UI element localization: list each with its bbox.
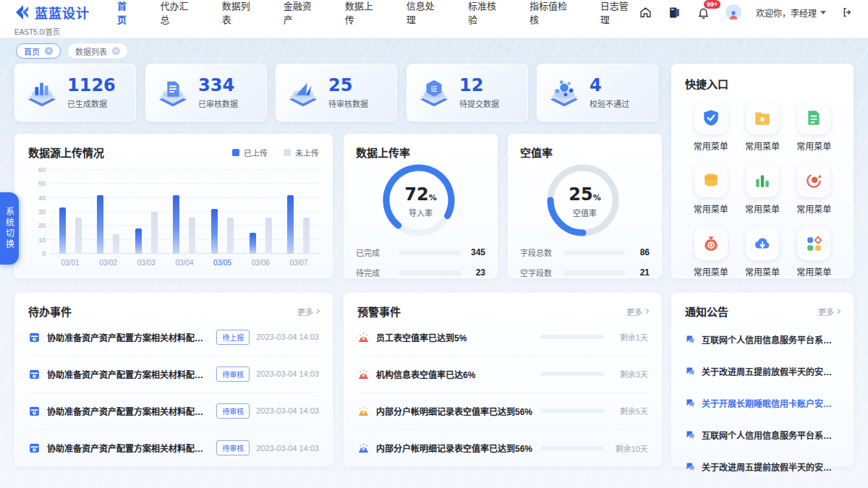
notices-more-link[interactable]: 更多 xyxy=(818,306,840,317)
alerts-more-link[interactable]: 更多 xyxy=(626,306,648,317)
stat-card-pending-review[interactable]: 25 待审核数据 xyxy=(276,64,397,121)
tag-data-list[interactable]: 数据列表 ✕ xyxy=(68,43,127,59)
quick-entry-item[interactable]: 常用菜单 xyxy=(788,101,840,152)
todo-row[interactable]: 协助准备资产资产配置方案相关材料配置方案相关... 待审核 2023-03-04… xyxy=(28,356,319,393)
bar-group[interactable] xyxy=(54,170,86,254)
bar-group[interactable] xyxy=(93,170,124,254)
panel-title: 待办事件 xyxy=(28,304,72,319)
alarm-icon: $ xyxy=(357,331,370,343)
alert-row[interactable]: $ 机构信息表空值率已达6% 剩余3天 xyxy=(357,356,648,393)
progress-value: 345 xyxy=(467,247,485,257)
stat-card-reviewed[interactable]: 334 已审核数据 xyxy=(145,64,267,121)
todo-row[interactable]: 协助准备资产资产配置方案相关材料配置方案 待审核 2023-03-04 14:0… xyxy=(28,393,319,429)
alert-row[interactable]: $ 内部分户帐明细记录表空值率已达到56% 剩余10天 xyxy=(357,429,648,466)
notice-panel: 通知公告 更多 互联网个人信用信息服务平台系统公告 关于改进周五提前放假半天的安… xyxy=(671,293,854,466)
close-icon[interactable]: ✕ xyxy=(112,47,120,55)
handbook-icon[interactable] xyxy=(668,5,682,20)
x-axis-tick[interactable]: 03/07 xyxy=(283,259,315,267)
molecule-cube-icon xyxy=(548,76,581,109)
x-axis-tick[interactable]: 03/03 xyxy=(130,259,162,267)
stat-card-generated[interactable]: 1126 已生成数据 xyxy=(14,64,136,121)
gauge-unit: % xyxy=(593,193,601,202)
stat-card-failed-check[interactable]: 4 校验不通过 xyxy=(537,64,658,121)
progress-track xyxy=(563,250,625,255)
tag-label: 数据列表 xyxy=(75,46,107,57)
stat-value: 334 xyxy=(198,76,238,95)
progress-label: 字段总数 xyxy=(520,247,558,258)
tag-label: 首页 xyxy=(24,46,40,57)
todo-status-tag: 待审核 xyxy=(216,403,250,419)
calendar-icon xyxy=(28,331,41,343)
quick-entry-label: 常用菜单 xyxy=(694,202,728,215)
calendar-icon xyxy=(28,368,41,380)
avatar[interactable] xyxy=(726,4,741,20)
bar-group[interactable] xyxy=(130,170,162,254)
y-axis-tick: 40 xyxy=(28,194,46,202)
notice-row[interactable]: 关于改进周五提前放假半天的安排通知 xyxy=(685,355,840,387)
quick-entry-item[interactable]: 常用菜单 xyxy=(685,164,736,215)
x-axis-tick[interactable]: 03/04 xyxy=(169,259,200,267)
bar-group[interactable] xyxy=(169,170,200,254)
progress-label: 空字段数 xyxy=(520,267,558,278)
bar-chart: 0102030405060 xyxy=(28,170,319,254)
panel-title: 数据上传率 xyxy=(356,147,410,159)
quick-entry-label: 常用菜单 xyxy=(796,202,831,215)
progress-row: 待完成 23 xyxy=(356,267,485,278)
system-switch-tab[interactable]: 系统切换 xyxy=(0,192,19,265)
tag-home[interactable]: 首页 ✕ xyxy=(16,43,61,59)
quick-entry-label: 常用菜单 xyxy=(694,265,728,278)
cloud-download-icon xyxy=(746,227,779,260)
bar-group[interactable] xyxy=(244,170,276,254)
bar-group[interactable] xyxy=(283,170,315,254)
panel-title: 预警事件 xyxy=(357,304,401,319)
doc-cube-icon xyxy=(156,76,190,109)
notice-row[interactable]: 互联网个人信用信息服务平台系统公告 xyxy=(685,419,840,450)
quick-entry-item[interactable]: 常用菜单 xyxy=(736,227,788,278)
quick-entry-item[interactable]: 常用菜单 xyxy=(736,164,788,215)
chevron-right-icon xyxy=(644,309,649,314)
svg-text:$: $ xyxy=(363,337,365,340)
quick-entry-label: 常用菜单 xyxy=(796,265,831,278)
user-menu[interactable]: 欢迎你，李经理 xyxy=(756,7,826,19)
bar-group[interactable] xyxy=(207,170,239,254)
todo-row[interactable]: 协助准备资产资产配置方案相关材料配置方案相关... 待审核 2023-03-04… xyxy=(28,429,319,466)
alarm-icon: $ xyxy=(357,442,370,454)
notice-row[interactable]: 关于改进周五提前放假半天的安排通知 xyxy=(685,450,840,482)
app-logo[interactable]: 蓝蓝设计 xyxy=(13,3,90,22)
message-icon xyxy=(685,461,696,472)
stat-label: 已审核数据 xyxy=(198,98,238,109)
logout-icon[interactable] xyxy=(841,5,855,20)
quick-entry-item[interactable]: 常用菜单 xyxy=(736,101,788,152)
quick-entry-item[interactable]: 常用菜单 xyxy=(685,227,736,278)
quick-entry-item[interactable]: 常用菜单 xyxy=(788,227,840,278)
document-icon xyxy=(797,101,830,134)
quick-entry-label: 常用菜单 xyxy=(745,140,780,152)
stat-card-pending-submit[interactable]: 征 12 待提交数据 xyxy=(407,64,528,121)
y-axis-tick: 0 xyxy=(28,250,46,257)
progress-value: 21 xyxy=(631,267,650,278)
chevron-right-icon xyxy=(835,309,841,314)
bell-icon[interactable]: 99+ xyxy=(697,5,711,20)
todo-row[interactable]: 协助准备资产资产配置方案相关材料配置方案 待上报 2023-03-04 14:0… xyxy=(28,319,319,356)
notice-text: 关于改进周五提前放假半天的安排通知 xyxy=(702,365,840,377)
alert-progress-track xyxy=(540,335,604,339)
home-icon[interactable] xyxy=(639,5,653,20)
todo-more-link[interactable]: 更多 xyxy=(297,306,319,317)
x-axis-tick[interactable]: 03/02 xyxy=(93,259,124,267)
alert-row[interactable]: $ 员工表空值率已达到5% 剩余1天 xyxy=(357,319,648,356)
x-axis-tick[interactable]: 03/01 xyxy=(54,259,86,267)
quick-entry-item[interactable]: 常用菜单 xyxy=(685,101,736,152)
x-axis-labels: 03/0103/0203/0303/0403/0503/0603/07 xyxy=(50,254,319,267)
notice-row[interactable]: 互联网个人信用信息服务平台系统公告 xyxy=(685,323,840,355)
notice-row[interactable]: 关于开展长期睡眠信用卡账户安全管理... xyxy=(685,387,840,419)
y-axis-tick: 50 xyxy=(28,180,46,187)
todo-time: 2023-03-04 14:03 xyxy=(256,406,319,415)
alert-row[interactable]: $ 内部分户帐明细记录表空值率已达到56% 剩余5天 xyxy=(357,393,648,429)
bar-not-uploaded xyxy=(113,234,119,254)
close-icon[interactable]: ✕ xyxy=(45,47,53,55)
x-axis-tick[interactable]: 03/06 xyxy=(244,259,276,267)
quick-entry-item[interactable]: 常用菜单 xyxy=(788,164,840,215)
legend-swatch-not-uploaded xyxy=(284,149,291,156)
alert-remaining: 剩余3天 xyxy=(610,368,648,380)
x-axis-tick[interactable]: 03/05 xyxy=(207,259,239,267)
